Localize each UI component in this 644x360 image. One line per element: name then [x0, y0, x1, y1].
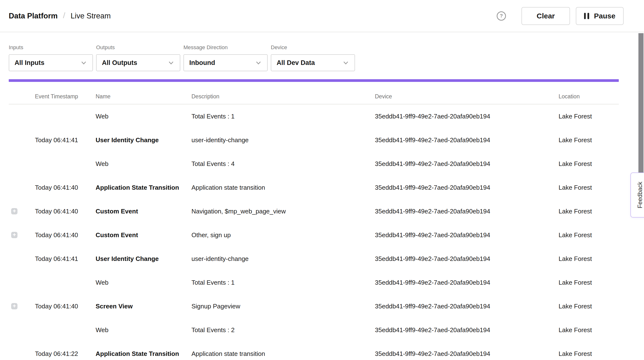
filter-inputs: Inputs All Inputs	[9, 44, 93, 71]
cell-timestamp: Today 06:41:22	[35, 350, 96, 358]
table-row[interactable]: + Web Total Events : 4 35eddb41-9ff9-49e…	[0, 152, 619, 176]
chevron-down-icon	[80, 59, 87, 66]
cell-description: Total Events : 1	[192, 113, 375, 120]
table-row[interactable]: + Today 06:41:40 Custom Event Navigation…	[0, 199, 619, 223]
cell-location: Lake Forest	[558, 255, 619, 263]
pause-icon	[584, 13, 589, 19]
cell-timestamp: Today 06:41:40	[35, 303, 96, 310]
cell-description: Application state transition	[192, 184, 375, 191]
cell-name: Application State Transition	[96, 184, 192, 191]
cell-description: Total Events : 1	[192, 279, 375, 286]
cell-location: Lake Forest	[558, 113, 619, 120]
cell-name: Screen View	[96, 303, 192, 310]
filter-device: Device All Dev Data	[271, 44, 355, 71]
table-row[interactable]: + Today 06:41:22 Application State Trans…	[0, 342, 619, 360]
pause-button-label: Pause	[594, 12, 615, 20]
plus-icon: +	[12, 232, 16, 238]
cell-description: Total Events : 2	[192, 326, 375, 334]
feedback-tab[interactable]: Feedback	[630, 173, 644, 217]
table-row[interactable]: + Web Total Events : 1 35eddb41-9ff9-49e…	[0, 104, 619, 128]
cell-location: Lake Forest	[558, 350, 619, 358]
filter-outputs: Outputs All Outputs	[96, 44, 180, 71]
column-header-device: Device	[375, 93, 558, 100]
cell-timestamp: Today 06:41:40	[35, 231, 96, 239]
clear-button[interactable]: Clear	[522, 7, 570, 25]
message-direction-select-value: Inbound	[189, 59, 255, 67]
breadcrumb-section[interactable]: Data Platform	[9, 12, 58, 20]
cell-timestamp: Today 06:41:40	[35, 208, 96, 215]
filter-inputs-label: Inputs	[9, 44, 93, 51]
column-header-timestamp: Event Timestamp	[35, 93, 96, 100]
cell-device: 35eddb41-9ff9-49e2-7aed-20afa90eb194	[375, 231, 558, 239]
live-stream-page: Data Platform / Live Stream ? Clear Paus…	[0, 0, 644, 360]
pause-button[interactable]: Pause	[576, 7, 624, 25]
device-select[interactable]: All Dev Data	[271, 54, 355, 71]
cell-description: Signup Pageview	[192, 303, 375, 310]
cell-name: Application State Transition	[96, 350, 192, 358]
table-header-row: Event Timestamp Name Description Device …	[0, 89, 619, 104]
page-header: Data Platform / Live Stream ? Clear Paus…	[0, 0, 644, 32]
page-title: Live Stream	[70, 12, 111, 20]
cell-name: Custom Event	[96, 231, 192, 239]
live-stream-progress-bar	[9, 79, 619, 82]
plus-icon: +	[12, 303, 16, 309]
breadcrumb-separator: /	[63, 11, 65, 20]
filter-outputs-label: Outputs	[96, 44, 180, 51]
vertical-scrollbar-thumb[interactable]	[638, 33, 644, 173]
cell-name: Web	[96, 326, 192, 334]
outputs-select-value: All Outputs	[102, 59, 168, 67]
table-row[interactable]: + Today 06:41:41 User Identity Change us…	[0, 247, 619, 271]
cell-device: 35eddb41-9ff9-49e2-7aed-20afa90eb194	[375, 350, 558, 358]
clear-button-label: Clear	[536, 12, 555, 20]
cell-name: Web	[96, 160, 192, 168]
cell-location: Lake Forest	[558, 303, 619, 310]
cell-location: Lake Forest	[558, 279, 619, 286]
table-row[interactable]: + Today 06:41:41 User Identity Change us…	[0, 128, 619, 152]
cell-description: user-identity-change	[192, 136, 375, 144]
cell-name: Web	[96, 113, 192, 120]
column-header-description: Description	[192, 93, 375, 100]
inputs-select[interactable]: All Inputs	[9, 54, 93, 71]
outputs-select[interactable]: All Outputs	[96, 54, 180, 71]
cell-name: Web	[96, 279, 192, 286]
cell-timestamp: Today 06:41:41	[35, 136, 96, 144]
cell-timestamp: Today 06:41:40	[35, 184, 96, 191]
device-select-value: All Dev Data	[276, 59, 342, 67]
cell-location: Lake Forest	[558, 136, 619, 144]
cell-description: Application state transition	[192, 350, 375, 358]
cell-device: 35eddb41-9ff9-49e2-7aed-20afa90eb194	[375, 255, 558, 263]
table-row[interactable]: + Today 06:41:40 Custom Event Other, sig…	[0, 223, 619, 247]
filter-message-direction: Message Direction Inbound	[184, 44, 268, 71]
cell-name: User Identity Change	[96, 136, 192, 144]
header-actions: ? Clear Pause	[497, 0, 624, 32]
cell-description: Other, sign up	[192, 231, 375, 239]
expand-row-button[interactable]: +	[11, 303, 18, 309]
table-row[interactable]: + Today 06:41:40 Screen View Signup Page…	[0, 294, 619, 318]
table-row[interactable]: + Web Total Events : 2 35eddb41-9ff9-49e…	[0, 318, 619, 342]
column-header-name: Name	[96, 93, 192, 100]
cell-device: 35eddb41-9ff9-49e2-7aed-20afa90eb194	[375, 326, 558, 334]
inputs-select-value: All Inputs	[14, 59, 80, 67]
table-row[interactable]: + Web Total Events : 1 35eddb41-9ff9-49e…	[0, 271, 619, 294]
help-icon[interactable]: ?	[497, 11, 506, 20]
cell-device: 35eddb41-9ff9-49e2-7aed-20afa90eb194	[375, 303, 558, 310]
cell-description: Total Events : 4	[192, 160, 375, 168]
cell-device: 35eddb41-9ff9-49e2-7aed-20afa90eb194	[375, 279, 558, 286]
chevron-down-icon	[255, 59, 262, 66]
filter-bar: Inputs All Inputs Outputs All Outputs Me…	[9, 44, 355, 71]
expand-row-button[interactable]: +	[11, 232, 18, 238]
breadcrumb: Data Platform / Live Stream	[9, 0, 111, 32]
cell-device: 35eddb41-9ff9-49e2-7aed-20afa90eb194	[375, 136, 558, 144]
chevron-down-icon	[342, 59, 349, 66]
column-header-location: Location	[558, 93, 619, 100]
filter-device-label: Device	[271, 44, 355, 51]
table-row[interactable]: + Today 06:41:40 Application State Trans…	[0, 176, 619, 199]
chevron-down-icon	[168, 59, 174, 66]
cell-location: Lake Forest	[558, 160, 619, 168]
expand-row-button[interactable]: +	[11, 208, 18, 214]
message-direction-select[interactable]: Inbound	[184, 54, 268, 71]
cell-device: 35eddb41-9ff9-49e2-7aed-20afa90eb194	[375, 184, 558, 191]
cell-location: Lake Forest	[558, 231, 619, 239]
cell-location: Lake Forest	[558, 208, 619, 215]
event-table-body: + Web Total Events : 1 35eddb41-9ff9-49e…	[0, 104, 619, 360]
